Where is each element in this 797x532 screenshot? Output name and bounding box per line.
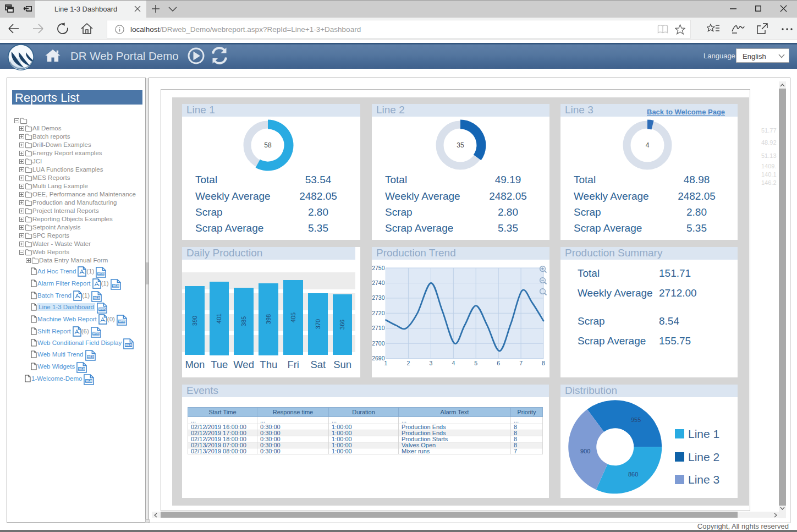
svg-text:900: 900 xyxy=(580,448,590,454)
svg-text:2710: 2710 xyxy=(372,325,385,331)
svg-text:4: 4 xyxy=(452,360,455,366)
svg-text:WEB: WEB xyxy=(98,272,105,275)
svg-text:WEB: WEB xyxy=(79,367,85,370)
svg-text:2720: 2720 xyxy=(372,310,385,316)
svg-text:6: 6 xyxy=(497,360,500,366)
svg-text:WEB: WEB xyxy=(99,308,106,311)
svg-text:2750: 2750 xyxy=(372,265,385,271)
svg-text:5: 5 xyxy=(474,360,477,366)
svg-text:860: 860 xyxy=(628,471,638,478)
svg-text:1: 1 xyxy=(384,360,388,366)
svg-text:WEB: WEB xyxy=(92,332,99,335)
svg-text:3: 3 xyxy=(429,360,432,366)
svg-text:2730: 2730 xyxy=(372,294,385,301)
svg-text:2690: 2690 xyxy=(372,355,385,361)
svg-text:8: 8 xyxy=(542,360,545,366)
svg-text:WEB: WEB xyxy=(118,320,125,323)
svg-text:2: 2 xyxy=(406,360,410,366)
svg-text:955: 955 xyxy=(631,416,641,423)
svg-text:WEB: WEB xyxy=(86,379,92,382)
svg-text:2700: 2700 xyxy=(372,340,385,347)
svg-text:WEB: WEB xyxy=(112,284,119,287)
svg-text:2740: 2740 xyxy=(372,279,385,286)
svg-text:7: 7 xyxy=(519,360,523,366)
svg-text:WEB: WEB xyxy=(125,343,132,347)
svg-text:WEB: WEB xyxy=(94,296,100,299)
svg-text:WEB: WEB xyxy=(87,355,94,358)
